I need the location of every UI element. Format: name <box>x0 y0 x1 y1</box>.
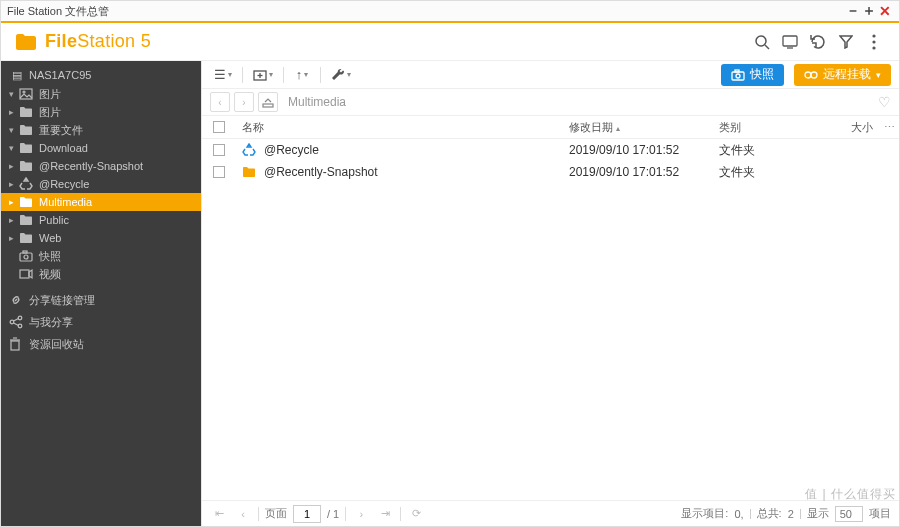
camera-icon <box>731 69 745 81</box>
svg-rect-20 <box>11 341 19 350</box>
upload-button[interactable]: ↑▾ <box>290 64 314 86</box>
col-more-icon[interactable]: ⋯ <box>879 121 899 134</box>
window-maximize-button[interactable]: ＋ <box>861 2 877 20</box>
sidebar-item-label: Public <box>39 214 69 226</box>
brand: FileStation 5 <box>15 31 151 52</box>
sidebar-item-label: 快照 <box>39 249 61 264</box>
pager-page-size[interactable]: 50 <box>835 506 863 522</box>
svg-rect-10 <box>20 253 32 261</box>
window-title: File Station 文件总管 <box>7 4 845 19</box>
sidebar-item[interactable]: ▸图片 <box>1 103 201 121</box>
favorite-icon[interactable]: ♡ <box>878 94 891 110</box>
expand-arrow-icon: ▾ <box>9 143 19 153</box>
share-icon <box>9 315 25 329</box>
sidebar-item[interactable]: ▸@Recycle <box>1 175 201 193</box>
trash-icon <box>9 337 25 351</box>
sidebar-item-label: Web <box>39 232 61 244</box>
sidebar-item[interactable]: ▸Public <box>1 211 201 229</box>
mount-icon <box>804 69 818 81</box>
sidebar-item[interactable]: 快照 <box>1 247 201 265</box>
pager-prev-button[interactable]: ‹ <box>234 508 252 520</box>
snapshot-label: 快照 <box>750 66 774 83</box>
sidebar-item-label: Download <box>39 142 88 154</box>
svg-point-9 <box>23 91 25 93</box>
screen-icon[interactable] <box>779 31 801 53</box>
sidebar-section[interactable]: 分享链接管理 <box>1 289 201 311</box>
folder-icon <box>19 124 35 136</box>
folder-icon <box>19 142 35 154</box>
folder-icon <box>19 214 35 226</box>
expand-arrow-icon: ▾ <box>9 125 19 135</box>
sidebar-section-label: 与我分享 <box>29 315 73 330</box>
pager-last-button[interactable]: ⇥ <box>376 507 394 520</box>
sidebar-item-label: 图片 <box>39 105 61 120</box>
sidebar-item[interactable]: ▸Web <box>1 229 201 247</box>
search-icon[interactable] <box>751 31 773 53</box>
folder-icon <box>19 232 35 244</box>
pager-page-input[interactable] <box>293 505 321 523</box>
filter-icon[interactable] <box>835 31 857 53</box>
pager-total-pages: / 1 <box>327 508 339 520</box>
row-name: @Recently-Snapshot <box>264 165 378 179</box>
create-button[interactable]: ▾ <box>249 64 277 86</box>
row-checkbox[interactable] <box>213 166 225 178</box>
nav-back-button[interactable]: ‹ <box>210 92 230 112</box>
table-row[interactable]: @Recycle2019/09/10 17:01:52文件夹 <box>202 139 899 161</box>
window-close-button[interactable]: ✕ <box>877 3 893 19</box>
view-mode-button[interactable]: ☰▾ <box>210 64 236 86</box>
pager-next-button[interactable]: › <box>352 508 370 520</box>
svg-marker-14 <box>29 270 32 278</box>
tools-button[interactable]: ▾ <box>327 64 355 86</box>
expand-arrow-icon: ▸ <box>9 233 19 243</box>
pager: ⇤ ‹ 页面 / 1 › ⇥ ⟳ 显示项目: 0, 总共: 2 显示 50 项目 <box>202 500 899 526</box>
more-icon[interactable] <box>863 31 885 53</box>
pager-unit: 项目 <box>869 506 891 521</box>
nav-up-button[interactable] <box>258 92 278 112</box>
expand-arrow-icon: ▸ <box>9 107 19 117</box>
sidebar-root[interactable]: ▤ NAS1A7C95 <box>1 65 201 85</box>
pager-items-label: 显示项目: <box>681 506 728 521</box>
snapshot-button[interactable]: 快照 <box>721 64 784 86</box>
svg-point-16 <box>10 320 14 324</box>
table-header: 名称 修改日期▴ 类别 大小 ⋯ <box>202 115 899 139</box>
remote-mount-button[interactable]: 远程挂载 ▾ <box>794 64 891 86</box>
breadcrumb-path[interactable]: Multimedia <box>282 95 874 109</box>
pager-first-button[interactable]: ⇤ <box>210 507 228 520</box>
window-minimize-button[interactable]: － <box>845 2 861 20</box>
video-icon <box>19 268 35 280</box>
brand-folder-icon <box>15 33 37 51</box>
expand-arrow-icon: ▾ <box>9 89 19 99</box>
svg-point-29 <box>805 72 811 78</box>
pager-refresh-button[interactable]: ⟳ <box>407 507 425 520</box>
svg-rect-8 <box>20 89 32 99</box>
svg-point-11 <box>24 255 28 259</box>
sidebar-item[interactable]: ▾图片 <box>1 85 201 103</box>
svg-line-18 <box>14 319 19 322</box>
sidebar-section[interactable]: 与我分享 <box>1 311 201 333</box>
sidebar-item[interactable]: ▾Download <box>1 139 201 157</box>
select-all-checkbox[interactable] <box>213 121 225 133</box>
svg-point-0 <box>756 36 766 46</box>
sidebar-item[interactable]: ▸@Recently-Snapshot <box>1 157 201 175</box>
row-checkbox[interactable] <box>213 144 225 156</box>
sidebar-item[interactable]: ▾重要文件 <box>1 121 201 139</box>
sidebar-section-label: 分享链接管理 <box>29 293 95 308</box>
expand-arrow-icon: ▸ <box>9 215 19 225</box>
sidebar-item[interactable]: 视频 <box>1 265 201 283</box>
pager-total-label: 总共: <box>757 506 782 521</box>
svg-point-30 <box>811 72 817 78</box>
sidebar-item[interactable]: ▸Multimedia <box>1 193 201 211</box>
brand-name: FileStation 5 <box>45 31 151 52</box>
table-row[interactable]: @Recently-Snapshot2019/09/10 17:01:52文件夹 <box>202 161 899 183</box>
window-titlebar: File Station 文件总管 － ＋ ✕ <box>1 1 899 23</box>
nav-forward-button[interactable]: › <box>234 92 254 112</box>
col-modified[interactable]: 修改日期▴ <box>569 120 719 135</box>
sidebar-item-label: 重要文件 <box>39 123 83 138</box>
expand-arrow-icon: ▸ <box>9 161 19 171</box>
col-size[interactable]: 大小 <box>819 120 879 135</box>
col-name[interactable]: 名称 <box>236 120 569 135</box>
sidebar-section-label: 资源回收站 <box>29 337 84 352</box>
refresh-icon[interactable] <box>807 31 829 53</box>
col-kind[interactable]: 类别 <box>719 120 819 135</box>
sidebar-section[interactable]: 资源回收站 <box>1 333 201 355</box>
